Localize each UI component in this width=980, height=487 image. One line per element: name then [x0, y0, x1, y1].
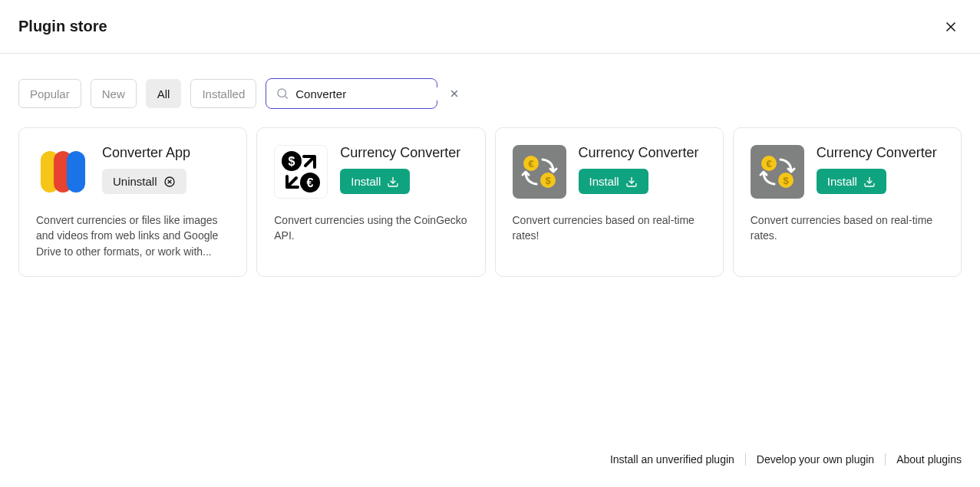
footer: Install an unverified plugin Develop you…: [610, 453, 962, 466]
search-wrap: [266, 78, 437, 109]
install-label: Install: [351, 175, 381, 188]
plugin-name: Currency Converter: [817, 145, 937, 161]
filter-all[interactable]: All: [146, 79, 182, 108]
search-icon: [276, 87, 289, 100]
plugin-card: € $ Currency Converter Install: [733, 127, 962, 277]
svg-rect-8: [67, 151, 85, 192]
filter-popular[interactable]: Popular: [18, 79, 81, 108]
about-plugins-link[interactable]: About plugins: [896, 453, 962, 466]
page-title: Plugin store: [18, 18, 107, 35]
filter-installed[interactable]: Installed: [190, 79, 256, 108]
svg-text:$: $: [545, 175, 551, 186]
plugin-name: Currency Converter: [579, 145, 699, 161]
close-icon: [943, 19, 959, 35]
currency-converter-icon: € $: [751, 145, 804, 199]
separator: [745, 453, 746, 466]
develop-plugin-link[interactable]: Develop your own plugin: [757, 453, 874, 466]
svg-text:€: €: [307, 176, 314, 189]
plugin-name: Currency Converter: [340, 145, 460, 161]
close-button[interactable]: [940, 16, 962, 38]
install-label: Install: [827, 175, 857, 188]
download-icon: [387, 176, 399, 188]
content: Popular New All Installed: [0, 54, 980, 277]
currency-converter-icon: € $: [513, 145, 566, 199]
install-unverified-link[interactable]: Install an unverified plugin: [610, 453, 734, 466]
plugin-description: Convert currencies based on real-time ra…: [751, 212, 944, 244]
coingecko-icon: $ €: [274, 145, 328, 199]
plugin-description: Convert currencies using the CoinGecko A…: [274, 212, 467, 244]
svg-text:€: €: [766, 158, 771, 169]
search-input[interactable]: [295, 87, 441, 100]
install-button[interactable]: Install: [579, 169, 648, 194]
plugin-card: $ € Currency Converter Install: [256, 127, 485, 277]
plugin-card: € $ Currency Converter Install: [495, 127, 724, 277]
install-button[interactable]: Install: [817, 169, 886, 194]
converter-app-icon: [36, 145, 90, 199]
plugin-card: Converter App Uninstall Convert currenci…: [18, 127, 247, 277]
uninstall-button[interactable]: Uninstall: [102, 169, 186, 194]
separator: [885, 453, 886, 466]
clear-search-button[interactable]: [447, 87, 461, 100]
svg-line-3: [285, 96, 288, 98]
svg-text:$: $: [289, 155, 295, 168]
filter-row: Popular New All Installed: [18, 78, 962, 109]
clear-icon: [449, 88, 460, 99]
plugin-name: Converter App: [102, 145, 190, 161]
download-icon: [863, 176, 876, 188]
header: Plugin store: [0, 0, 980, 54]
uninstall-label: Uninstall: [113, 175, 157, 188]
install-button[interactable]: Install: [340, 169, 410, 194]
svg-text:€: €: [528, 158, 533, 169]
plugin-cards: Converter App Uninstall Convert currenci…: [18, 127, 962, 277]
uninstall-icon: [163, 176, 176, 188]
svg-text:$: $: [783, 175, 789, 186]
download-icon: [625, 176, 638, 188]
plugin-description: Convert currencies or files like images …: [36, 212, 229, 259]
filter-new[interactable]: New: [91, 79, 137, 108]
plugin-description: Convert currencies based on real-time ra…: [513, 212, 706, 244]
svg-point-2: [278, 89, 286, 97]
install-label: Install: [589, 175, 619, 188]
